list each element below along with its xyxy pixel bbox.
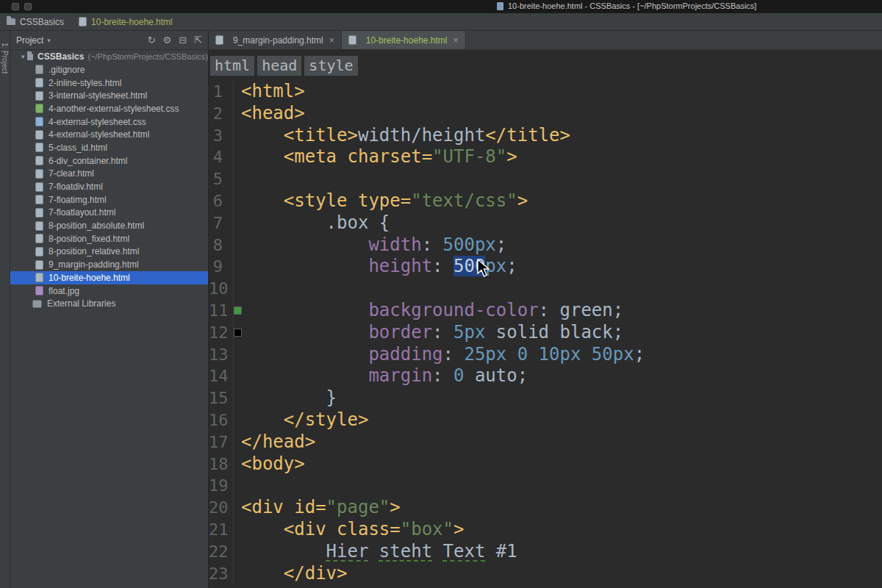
tree-item[interactable]: 8-position_fixed.html <box>10 232 208 245</box>
tree-item[interactable]: 6-div_container.html <box>10 154 208 168</box>
window-icon[interactable] <box>24 3 32 10</box>
tag-crumb-html[interactable]: html <box>210 56 254 76</box>
line-number: 7 <box>209 212 234 234</box>
code-line[interactable]: 5 <box>209 168 882 190</box>
code-line[interactable]: 3 <title>width/height</title> <box>209 125 882 147</box>
html-file-icon <box>35 221 43 231</box>
tool-button-project[interactable]: 1: Project <box>1 43 9 74</box>
line-number: 21 <box>209 519 234 541</box>
tree-item-label: 2-inline-styles.html <box>49 78 121 88</box>
expand-arrow-icon[interactable]: ▾ <box>21 53 27 60</box>
tree-item[interactable]: 4-external-stylesheet.css <box>10 115 208 129</box>
code-line[interactable]: 12 border: 5px solid black; <box>209 322 882 344</box>
code-line[interactable]: 15 } <box>209 387 882 409</box>
code-token: #1 <box>485 541 517 562</box>
chevron-down-icon[interactable]: ▾ <box>47 37 51 44</box>
tree-item[interactable]: 4-external-stylesheet.html <box>10 128 208 141</box>
line-number: 5 <box>209 168 234 190</box>
code-token <box>464 365 474 386</box>
code-line[interactable]: 13 padding: 25px 0 10px 50px; <box>209 344 882 366</box>
line-number: 13 <box>209 344 234 366</box>
tree-item[interactable]: 9_margin-padding.html <box>10 258 208 271</box>
tree-item[interactable]: 8-position_absolute.html <box>10 219 208 232</box>
code-token: </div> <box>284 563 348 584</box>
code-line[interactable]: 18<body> <box>209 453 882 476</box>
css-file-icon <box>35 117 43 126</box>
tree-item[interactable]: 10-breite-hoehe.html <box>10 271 208 284</box>
breadcrumb-project[interactable]: CSSBasics <box>7 17 64 27</box>
code-line[interactable]: 6 <style type="text/css"> <box>209 190 882 212</box>
tree-item[interactable]: 2-inline-styles.html <box>10 76 208 90</box>
code-line-text: <div class="box"> <box>234 519 464 541</box>
code-line[interactable]: 4 <meta charset="UTF-8"> <box>209 146 882 168</box>
tree-item-label: 8-position_relative.html <box>49 246 139 257</box>
tree-item[interactable]: .gitignore <box>10 63 208 76</box>
code-line[interactable]: 20<div id="page"> <box>209 497 882 519</box>
tree-item-label: 7-floatlayout.html <box>49 207 115 218</box>
code-line[interactable]: 21 <div class="box"> <box>209 519 882 541</box>
settings-icon[interactable]: ⚙ <box>163 31 172 49</box>
tree-item[interactable]: 7-floatlayout.html <box>10 207 208 220</box>
code-token: 5px <box>453 322 485 343</box>
code-line[interactable]: 16 </style> <box>209 409 882 431</box>
html-file-icon <box>215 35 223 45</box>
tree-item[interactable]: float.jpg <box>10 284 208 298</box>
tag-crumb-head[interactable]: head <box>257 56 301 76</box>
tree-item-external-libraries[interactable]: External Libraries <box>10 297 208 310</box>
code-line[interactable]: 19 <box>209 475 882 497</box>
code-line[interactable]: 9 height: 500px; <box>209 256 882 278</box>
sync-icon[interactable]: ↻ <box>148 31 156 49</box>
breadcrumb-file[interactable]: 10-breite-hoehe.html <box>79 17 173 27</box>
editor-tab[interactable]: 9_margin-padding.html× <box>209 31 342 49</box>
code-line[interactable]: 7 .box { <box>209 212 882 234</box>
code-token: <style <box>284 190 358 211</box>
code-line[interactable]: 22 Hier steht Text #1 <box>209 541 882 563</box>
tree-item[interactable]: 8-position_relative.html <box>10 245 208 259</box>
editor-tab[interactable]: 10-breite-hoehe.html× <box>342 31 466 49</box>
code-token: ; <box>506 256 517 276</box>
html-file-icon <box>35 91 43 101</box>
close-icon[interactable]: × <box>329 35 334 46</box>
tab-label: 10-breite-hoehe.html <box>366 35 448 46</box>
code-token: 0 <box>453 365 464 386</box>
line-number: 12 <box>209 322 234 344</box>
color-preview-swatch[interactable] <box>234 307 241 314</box>
project-view-selector[interactable]: Project <box>16 35 43 46</box>
tree-item[interactable]: 7-floatimg.html <box>10 193 208 207</box>
line-number: 17 <box>209 431 234 453</box>
tree-item-label: 6-div_container.html <box>49 156 127 166</box>
code-line[interactable]: 10 <box>209 278 882 300</box>
tree-root[interactable]: ▾ CSSBasics (~/PhpStormProjects/CSSBasic… <box>10 50 208 63</box>
tree-item[interactable]: 5-class_id.html <box>10 141 208 154</box>
html-file-icon <box>35 130 43 140</box>
code-line[interactable]: 14 margin: 0 auto; <box>209 365 882 387</box>
code-line[interactable]: 8 width: 500px; <box>209 234 882 257</box>
tree-item[interactable]: 4-another-external-stylesheet.css <box>10 102 208 115</box>
folder-icon <box>27 54 33 60</box>
tag-crumb-style[interactable]: style <box>304 56 357 76</box>
tree-item-label: 7-clear.html <box>49 168 94 179</box>
tree-item[interactable]: 7-floatdiv.html <box>10 180 208 193</box>
code-token: type= <box>358 190 411 211</box>
line-number: 10 <box>209 278 234 300</box>
collapse-all-icon[interactable]: ⊟ <box>179 31 187 49</box>
code-token: <div <box>284 519 337 539</box>
color-preview-swatch[interactable] <box>234 329 241 336</box>
hide-panel-icon[interactable]: ⇱ <box>194 31 202 49</box>
tree-item-label: 7-floatdiv.html <box>49 182 103 192</box>
breadcrumb-file-label: 10-breite-hoehe.html <box>91 17 173 27</box>
code-line[interactable]: 2<head> <box>209 103 882 125</box>
window-icon[interactable] <box>12 3 19 10</box>
tree-root-path: (~/PhpStormProjects/CSSBasics) <box>87 52 208 61</box>
tree-item[interactable]: 3-internal-stylesheet.html <box>10 89 208 102</box>
code-line[interactable]: 23 </div> <box>209 563 882 585</box>
code-editor[interactable]: 1<html>2<head>3 <title>width/height</tit… <box>209 81 882 588</box>
line-number: 4 <box>209 146 234 168</box>
code-line[interactable]: 11 background-color: green; <box>209 300 882 322</box>
code-line[interactable]: 1<html> <box>209 81 882 103</box>
code-token: > <box>453 519 464 539</box>
code-line[interactable]: 17</head> <box>209 431 882 453</box>
close-icon[interactable]: × <box>453 35 459 46</box>
image-file-icon <box>35 286 43 295</box>
tree-item[interactable]: 7-clear.html <box>10 168 208 181</box>
